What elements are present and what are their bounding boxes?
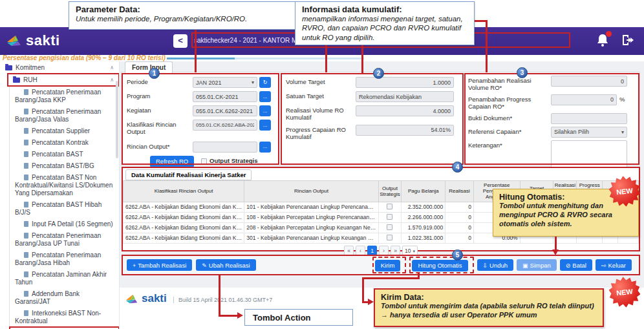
field-label: Kegiatan xyxy=(127,105,193,114)
field-label: Penambahan Progress Capaian RO* xyxy=(468,94,551,111)
program-input[interactable] xyxy=(193,91,257,102)
refresh-ro-button[interactable]: Refresh RO xyxy=(150,156,194,167)
tab-data-kumulatif[interactable]: Data Kumulatif Realisasi Kinerja Satker xyxy=(125,169,252,180)
volume-target-input xyxy=(356,77,454,88)
annotation-arrow xyxy=(362,277,364,303)
annotation-arrow xyxy=(555,237,557,251)
page-first-button[interactable]: « xyxy=(344,246,354,255)
cancel-icon: ⊘ xyxy=(566,262,571,269)
unduh-button[interactable]: ⇩Unduh xyxy=(477,259,514,271)
sidebar-item[interactable]: Pencatatan Jaminan Akhir Tahun xyxy=(10,269,119,288)
lookup-button[interactable]: ... xyxy=(259,105,271,116)
lookup-button[interactable]: ... xyxy=(259,120,271,131)
document-icon xyxy=(24,89,28,95)
field-label: Penambahan Realisasi Volume RO* xyxy=(468,76,551,92)
page-next-button[interactable]: › xyxy=(379,246,389,255)
page-last-button[interactable]: » xyxy=(391,246,400,255)
document-icon xyxy=(24,291,28,297)
field-label: Satuan Target xyxy=(286,91,356,100)
step-badge-5: 5 xyxy=(452,249,463,260)
page-prev-button[interactable]: ‹ xyxy=(356,246,365,255)
sidebar-item[interactable]: Pencatatan Penerimaan Barang/Jasa KKP xyxy=(10,87,119,106)
lookup-button[interactable]: ... xyxy=(259,142,271,153)
sidebar-folder-komitmen[interactable]: Komitmen ∧ xyxy=(0,61,119,74)
sidebar-item[interactable]: Pencatatan Kontrak xyxy=(10,137,119,149)
rincian-output-input[interactable] xyxy=(193,142,257,153)
kirim-button[interactable]: Kirim xyxy=(375,260,401,271)
row-checkbox[interactable] xyxy=(387,224,392,230)
folder-label: Komitmen xyxy=(16,64,45,71)
document-icon xyxy=(24,221,28,227)
sidebar-item[interactable]: Pencatatan BAST Non Kontraktual/Kwitansi… xyxy=(10,172,119,199)
page-number-button[interactable]: 1 xyxy=(367,246,377,255)
row-checkbox[interactable] xyxy=(387,204,392,209)
annotation-arrowhead xyxy=(237,312,243,319)
save-icon: ▣ xyxy=(522,262,528,269)
field-label: Rincian Output* xyxy=(127,142,193,151)
page-size-select[interactable]: 10 xyxy=(402,246,418,255)
logout-icon[interactable] xyxy=(621,33,635,48)
field-label: Progress Capaian RO Kumulatif xyxy=(286,125,356,141)
field-label: Keterangan* xyxy=(468,140,551,149)
kirim-data-callout: Kirim Data: Tombol untuk mengirim data (… xyxy=(374,288,604,327)
document-icon xyxy=(24,310,28,316)
document-icon xyxy=(24,163,28,169)
field-label: Volume Target xyxy=(286,77,356,86)
sidebar-item[interactable]: Pencatatan Penerimaan Barang/Jasa UP Tun… xyxy=(10,230,119,249)
percent-suffix: % xyxy=(619,94,644,103)
referensi-capaian-select[interactable]: Silahkan Pilih xyxy=(551,127,627,138)
kegiatan-input[interactable] xyxy=(193,105,257,116)
tombol-action-label-box: Tombol Action xyxy=(244,309,353,326)
annotation-arrowhead xyxy=(368,299,374,305)
sidebar-item[interactable]: Pencatatan BAST Hibah B/J/S xyxy=(10,199,119,218)
row-checkbox[interactable] xyxy=(387,214,392,220)
sidebar-item[interactable]: Input FA Detail (16 Segmen) xyxy=(10,218,119,230)
sidebar-item[interactable]: Pencatatan Supplier xyxy=(10,125,119,137)
sidebar-item[interactable]: Pencatatan Penerimaan Barang/Jasa Hibah xyxy=(10,249,119,269)
periode-select[interactable]: JAN 2021 xyxy=(193,77,257,88)
step-badge-1: 1 xyxy=(149,68,160,79)
sidebar-folder-ruh[interactable]: RUH ∧ xyxy=(8,74,119,86)
hitung-otomatis-button[interactable]: Hitung Otomatis xyxy=(412,260,467,271)
simpan-button[interactable]: ▣Simpan xyxy=(517,259,557,271)
keluar-button[interactable]: ⇨Keluar xyxy=(596,259,632,271)
lookup-button[interactable]: ... xyxy=(259,91,271,102)
app-root: sakti < saktichecker24 - 2021 - KANTOR M… xyxy=(0,0,644,329)
col-header: Klasifikasi Rincian Output xyxy=(123,181,244,202)
refresh-icon[interactable]: ↻ xyxy=(259,77,271,88)
kumulatif-info-form: Volume Target Satuan Target Realisasi Vo… xyxy=(286,77,459,144)
document-icon xyxy=(24,109,28,114)
annotation-dashed-hitung: Hitung Otomatis xyxy=(409,257,473,273)
penambahan-rvro-input[interactable] xyxy=(551,76,627,87)
output-strategis-checkbox[interactable] xyxy=(201,158,207,164)
sidebar-nav: Komitmen ∧ RUH ∧ Pencatatan Penerimaan B… xyxy=(0,61,120,329)
sidebar-item[interactable]: Addendum Bank Garansi/JAT xyxy=(10,288,119,308)
tambah-realisasi-button[interactable]: +Tambah Realisasi xyxy=(127,259,192,271)
document-icon xyxy=(24,271,28,277)
build-version-text: Build 15 April 2021 01.46.30 GMT+7 xyxy=(173,297,272,303)
sidebar-item[interactable]: Pencatatan Penerimaan Barang/Jasa Valas xyxy=(10,106,119,125)
notification-bell-icon[interactable] xyxy=(596,33,610,48)
bukti-dokumen-input[interactable] xyxy=(551,113,627,124)
field-label: Program xyxy=(127,91,193,100)
sidebar-item[interactable]: Pencatatan BAST xyxy=(10,149,119,160)
logo-text: sakti xyxy=(26,32,60,49)
sidebar-item[interactable]: Interkoneksi BAST Non-Kontraktual xyxy=(10,308,119,327)
kro-input[interactable] xyxy=(193,120,257,131)
progress-capaian-ro-input xyxy=(356,125,454,136)
field-label: Referensi Capaian* xyxy=(468,127,551,136)
back-button[interactable]: < xyxy=(173,34,188,48)
document-icon xyxy=(24,252,28,258)
annotation-arrowhead xyxy=(552,249,559,255)
keterangan-textarea[interactable] xyxy=(551,140,627,170)
penambahan-pcro-input[interactable] xyxy=(551,94,617,105)
row-checkbox[interactable] xyxy=(387,235,392,240)
document-icon xyxy=(24,233,28,239)
batal-button[interactable]: ⊘Batal xyxy=(560,259,592,271)
sidebar-item[interactable]: Pencatatan BAST/BG xyxy=(10,160,119,172)
notification-dot xyxy=(606,31,612,37)
sidebar-leaf-list: Pencatatan Penerimaan Barang/Jasa KKP Pe… xyxy=(9,86,119,329)
sidebar-scrollbar[interactable] xyxy=(116,81,118,158)
ubah-realisasi-button[interactable]: ✎Ubah Realisasi xyxy=(196,259,255,271)
document-icon xyxy=(24,140,28,145)
